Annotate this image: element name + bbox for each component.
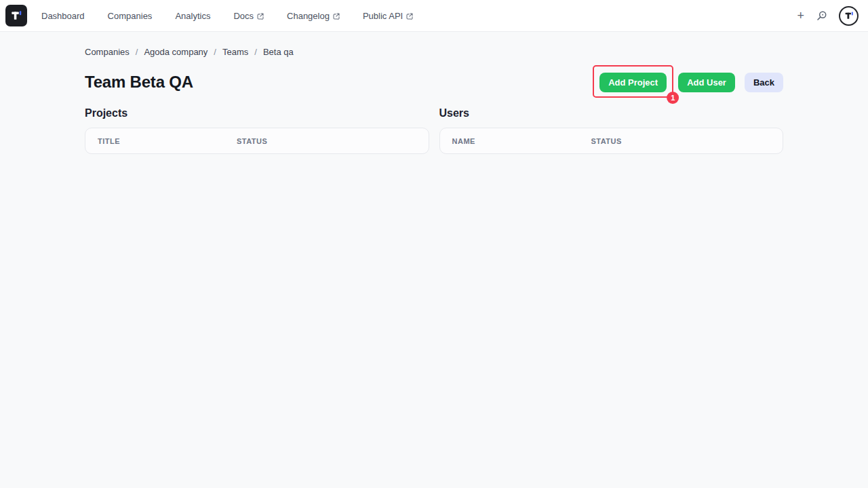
column-header-status: STATUS	[237, 137, 416, 145]
search-button[interactable]	[816, 10, 827, 22]
nav-item-label: Public API	[363, 11, 403, 21]
logo-t-icon	[9, 9, 23, 22]
column-header-name: NAME	[452, 137, 591, 145]
app-logo[interactable]	[5, 5, 27, 26]
external-link-icon	[333, 13, 340, 20]
users-table: NAME STATUS	[439, 128, 784, 154]
nav-item-changelog[interactable]: Changelog	[287, 11, 340, 21]
users-heading: Users	[439, 107, 784, 119]
add-user-button[interactable]: Add User	[678, 73, 735, 92]
search-icon	[816, 10, 827, 22]
nav-item-label: Docs	[233, 11, 254, 21]
main-content: Companies / Agoda company / Teams / Beta…	[85, 32, 783, 154]
projects-table-header: TITLE STATUS	[85, 128, 429, 153]
nav-item-docs[interactable]: Docs	[233, 11, 264, 21]
back-button[interactable]: Back	[745, 73, 783, 92]
breadcrumb: Companies / Agoda company / Teams / Beta…	[85, 32, 783, 57]
breadcrumb-item-company[interactable]: Agoda company	[144, 47, 208, 57]
projects-heading: Projects	[85, 107, 429, 119]
column-header-status: STATUS	[591, 137, 771, 145]
primary-nav: Dashboard Companies Analytics Docs Chang…	[41, 11, 413, 21]
breadcrumb-item-current: Beta qa	[263, 47, 294, 57]
nav-item-label: Companies	[108, 11, 153, 21]
nav-item-companies[interactable]: Companies	[108, 11, 153, 21]
nav-item-label: Changelog	[287, 11, 330, 21]
top-nav: Dashboard Companies Analytics Docs Chang…	[0, 0, 868, 32]
users-section: Users NAME STATUS	[439, 107, 784, 154]
account-avatar[interactable]	[839, 6, 859, 26]
nav-item-label: Dashboard	[41, 11, 85, 21]
breadcrumb-item-teams[interactable]: Teams	[222, 47, 248, 57]
page-title: Team Beta QA	[85, 73, 193, 92]
breadcrumb-separator: /	[136, 47, 138, 57]
content-columns: Projects TITLE STATUS Users NAME STATUS	[85, 107, 783, 154]
add-project-annotated-wrapper: Add Project 1	[599, 73, 667, 92]
nav-item-public-api[interactable]: Public API	[363, 11, 413, 21]
add-project-button[interactable]: Add Project	[599, 73, 667, 92]
plus-button[interactable]: +	[797, 10, 804, 22]
action-buttons: Add Project 1 Add User Back	[599, 73, 783, 92]
external-link-icon	[257, 13, 264, 20]
avatar-t-icon	[844, 10, 854, 21]
column-header-title: TITLE	[98, 137, 237, 145]
plus-icon: +	[797, 10, 804, 22]
breadcrumb-separator: /	[254, 47, 257, 57]
nav-item-label: Analytics	[175, 11, 210, 21]
annotation-step-badge: 1	[667, 92, 679, 104]
projects-section: Projects TITLE STATUS	[85, 107, 429, 154]
breadcrumb-separator: /	[214, 47, 216, 57]
external-link-icon	[406, 13, 413, 20]
nav-item-analytics[interactable]: Analytics	[175, 11, 210, 21]
users-table-header: NAME STATUS	[440, 128, 783, 153]
breadcrumb-item-companies[interactable]: Companies	[85, 47, 130, 57]
page-header: Team Beta QA Add Project 1 Add User Back	[85, 67, 783, 98]
projects-table: TITLE STATUS	[85, 128, 429, 154]
nav-right-controls: +	[797, 6, 859, 26]
nav-item-dashboard[interactable]: Dashboard	[41, 11, 85, 21]
